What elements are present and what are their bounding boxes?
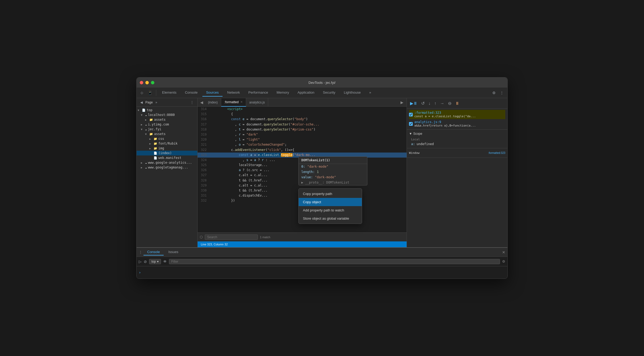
console-tab-issues[interactable]: Issues bbox=[165, 249, 182, 255]
maximize-button[interactable] bbox=[151, 81, 154, 84]
console-eye-icon[interactable]: 👁 bbox=[163, 259, 167, 264]
traffic-lights bbox=[140, 81, 154, 84]
editor-tab-analytics-label: analytics.js bbox=[249, 101, 265, 104]
tab-more[interactable]: » bbox=[365, 89, 375, 97]
inspect-icon[interactable]: ⊹ bbox=[139, 90, 145, 96]
cloud-icon-gtm: ☁ bbox=[145, 166, 147, 169]
tab-sources[interactable]: Sources bbox=[202, 89, 223, 97]
pause-on-exceptions-icon[interactable]: ⏸ bbox=[454, 101, 460, 106]
line-content-322: c.addEventListener("click", ()=>{ bbox=[211, 147, 407, 153]
tree-item-jecfyi[interactable]: ▼ ☁ jec.fyi bbox=[137, 127, 197, 132]
line-num-323: 323 bbox=[198, 153, 211, 158]
context-menu-add-watch[interactable]: Add property path to watch bbox=[299, 206, 362, 214]
tree-arrow-ganalytics: ▶ bbox=[141, 161, 145, 164]
step-over-icon[interactable]: ↺ bbox=[420, 100, 426, 106]
search-input[interactable] bbox=[205, 235, 258, 240]
tree-item-ytimg[interactable]: ▶ ☁ i.ytimg.com bbox=[137, 122, 197, 127]
tab-performance[interactable]: Performance bbox=[245, 89, 272, 97]
editor-tab-nav-left[interactable]: ◀ bbox=[199, 100, 205, 105]
step-into-icon[interactable]: ↓ bbox=[427, 101, 432, 106]
breakpoint-2-checkbox[interactable] bbox=[409, 122, 413, 126]
editor-tab-analytics[interactable]: analytics.js bbox=[246, 98, 268, 107]
line-content-317: , c = document.querySelector("#color-sch… bbox=[211, 122, 407, 127]
tree-item-gtm[interactable]: ▶ ☁ www.googletagmanag... bbox=[137, 165, 197, 170]
minimize-button[interactable] bbox=[145, 81, 149, 84]
step-out-icon[interactable]: ↑ bbox=[433, 101, 437, 106]
code-line-321: 321 , o = "colorSchemeChanged"; bbox=[198, 142, 407, 147]
tree-item-assets-local[interactable]: ▶ 📁 assets bbox=[137, 117, 197, 122]
tree-item-index[interactable]: 📄 (index) bbox=[137, 151, 197, 155]
tree-label-top: top bbox=[147, 108, 196, 112]
code-editor-area: ◀ (index) :formatted ✕ analytics.js ▶ 3 bbox=[198, 98, 407, 247]
line-num-319: 319 bbox=[198, 132, 211, 137]
settings-icon[interactable]: ⚙ bbox=[491, 90, 497, 96]
scope-key-a: a: bbox=[411, 142, 415, 146]
tab-network[interactable]: Network bbox=[224, 89, 244, 97]
devtools-main: ◀ Page » ⋮ ▼ 📄 top ▼ ☁ localhost:8080 bbox=[137, 98, 507, 247]
console-prompt-icon: › bbox=[139, 270, 141, 275]
editor-tab-index[interactable]: (index) bbox=[205, 98, 221, 107]
sidebar-nav-left[interactable]: ◀ bbox=[139, 99, 144, 105]
line-num-328: 328 bbox=[198, 178, 211, 183]
editor-tab-formatted[interactable]: :formatted ✕ bbox=[221, 98, 246, 107]
line-content-315: { bbox=[211, 112, 407, 117]
tooltip-row-length: length: 1 bbox=[299, 169, 367, 175]
console-run-icon[interactable]: ▷ bbox=[139, 259, 142, 264]
editor-tabs: ◀ (index) :formatted ✕ analytics.js ▶ bbox=[198, 98, 407, 107]
tree-item-localhost[interactable]: ▼ ☁ localhost:8080 bbox=[137, 112, 197, 117]
tree-item-assets-jec[interactable]: ▼ 📁 assets bbox=[137, 132, 197, 136]
tab-security[interactable]: Security bbox=[319, 89, 339, 97]
tooltip-row-0: 0: "dark-mode" bbox=[299, 164, 367, 169]
tab-application[interactable]: Application bbox=[294, 89, 318, 97]
tree-item-font[interactable]: ▶ 📁 font/Rubik bbox=[137, 141, 197, 146]
tree-item-img[interactable]: ▶ 📁 img bbox=[137, 146, 197, 151]
editor-tab-close-icon[interactable]: ✕ bbox=[240, 100, 243, 104]
device-toggle-icon[interactable]: 📱 bbox=[146, 90, 154, 96]
step-icon[interactable]: → bbox=[439, 101, 445, 106]
tree-item-top[interactable]: ▼ 📄 top bbox=[137, 108, 197, 112]
context-menu-store-global[interactable]: Store object as global variable bbox=[299, 214, 362, 223]
tree-arrow-top: ▼ bbox=[138, 109, 142, 112]
resume-icon[interactable]: ▶⏸ bbox=[409, 100, 419, 106]
tree-item-manifest[interactable]: 📄 web.manifest bbox=[137, 155, 197, 160]
tree-item-ganalytics[interactable]: ▶ ☁ www.google-analytics... bbox=[137, 160, 197, 165]
tree-arrow-localhost: ▼ bbox=[141, 114, 145, 116]
editor-search-bar: ⬡ 1 match bbox=[198, 232, 407, 241]
line-num-324: 324 bbox=[198, 158, 211, 163]
tab-lighthouse[interactable]: Lighthouse bbox=[340, 89, 364, 97]
console-clear-icon[interactable]: ⊘ bbox=[144, 259, 147, 264]
editor-tab-right-nav[interactable]: ▶ bbox=[398, 100, 406, 105]
code-line-317: 317 , c = document.querySelector("#color… bbox=[198, 122, 407, 127]
console-settings-icon[interactable]: ⚙ bbox=[502, 259, 505, 263]
tab-memory[interactable]: Memory bbox=[273, 89, 293, 97]
tab-elements[interactable]: Elements bbox=[158, 89, 180, 97]
folder-icon-img: 📁 bbox=[154, 147, 157, 150]
tree-item-css[interactable]: ▶ 📁 css bbox=[137, 136, 197, 141]
deactivate-breakpoints-icon[interactable]: ⊖ bbox=[447, 100, 452, 106]
tree-label-localhost: localhost:8080 bbox=[148, 113, 196, 117]
sidebar-options[interactable]: ⋮ bbox=[189, 99, 195, 105]
more-options-icon[interactable]: ⋮ bbox=[498, 90, 505, 96]
context-menu-copy-path[interactable]: Copy property path bbox=[299, 190, 362, 198]
console-top-dropdown[interactable]: top ▾ bbox=[149, 259, 161, 264]
status-line-column: Line 323, Column 32 bbox=[201, 243, 228, 246]
close-console-icon[interactable]: ✕ bbox=[502, 250, 505, 254]
devtools-window: DevTools - jec.fyi/ ⊹ 📱 Elements Console… bbox=[136, 77, 508, 279]
tab-console[interactable]: Console bbox=[181, 89, 201, 97]
tree-arrow-ytimg: ▶ bbox=[141, 123, 145, 126]
tree-arrow-assets: ▶ bbox=[145, 118, 149, 121]
line-num-322: 322 bbox=[198, 147, 211, 153]
console-options-icon[interactable]: ⋮ bbox=[139, 250, 142, 254]
sidebar-more[interactable]: » bbox=[154, 99, 159, 105]
close-button[interactable] bbox=[140, 81, 143, 84]
tree-label-img: img bbox=[158, 146, 196, 150]
breakpoint-1-info: :formatted:323 const a = e.classList.tog… bbox=[414, 111, 476, 118]
folder-icon-css: 📁 bbox=[154, 137, 157, 141]
context-menu-copy-object[interactable]: Copy object bbox=[299, 198, 362, 206]
breakpoint-1-checkbox[interactable] bbox=[409, 113, 413, 116]
toolbar-right-icons: ⚙ ⋮ bbox=[491, 90, 505, 96]
console-tab-console[interactable]: Console bbox=[143, 249, 164, 255]
console-filter-input[interactable] bbox=[169, 259, 500, 264]
editor-status-bar: Line 323, Column 32 bbox=[198, 241, 407, 247]
scope-header[interactable]: ▼ Scope bbox=[407, 131, 507, 137]
